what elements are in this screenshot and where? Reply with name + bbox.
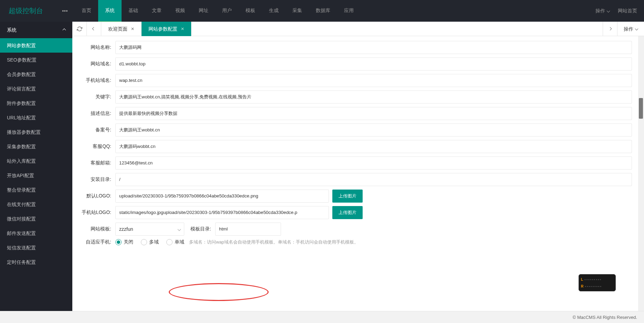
radio-icon bbox=[166, 239, 173, 245]
input-keywords[interactable] bbox=[115, 90, 632, 104]
input-domain[interactable] bbox=[115, 57, 632, 71]
chevron-down-icon bbox=[635, 27, 638, 31]
form-row-mobile-logo: 手机站LOGO: 上传图片 bbox=[81, 206, 632, 219]
adaptive-hint-text: 多域名：访问wap域名会自动使用手机模板。单域名：手机访问会自动使用手机模板。 bbox=[189, 239, 359, 245]
header-site-home-link[interactable]: 网站首页 bbox=[618, 8, 637, 14]
nav-tab-database[interactable]: 数据库 bbox=[309, 0, 337, 22]
input-icp[interactable] bbox=[115, 123, 632, 137]
sidebar: 系统 网站参数配置 SEO参数配置 会员参数配置 评论留言配置 附件参数配置 U… bbox=[0, 22, 72, 311]
label-keywords: 关键字: bbox=[81, 94, 115, 100]
close-icon[interactable]: ✕ bbox=[131, 22, 134, 36]
select-template[interactable]: zzzfun bbox=[115, 223, 184, 236]
subtab-prev-button[interactable] bbox=[87, 22, 101, 36]
close-icon[interactable]: ✕ bbox=[181, 22, 184, 36]
form-row-icp: 备案号: bbox=[81, 123, 632, 137]
subtab-tabs: 欢迎页面 ✕ 网站参数配置 ✕ bbox=[101, 22, 603, 36]
subtab-next-button[interactable] bbox=[603, 22, 617, 36]
content-area: 欢迎页面 ✕ 网站参数配置 ✕ 操作 网站名称: 网站域名: bbox=[72, 22, 644, 311]
radio-adaptive-multi[interactable]: 多域 bbox=[141, 239, 159, 245]
header-operate-dropdown[interactable]: 操作 bbox=[595, 8, 610, 14]
sidebar-head[interactable]: 系统 bbox=[0, 22, 72, 38]
sidebar-item-api[interactable]: 开放API配置 bbox=[0, 168, 72, 183]
input-email[interactable] bbox=[115, 157, 632, 170]
sidebar-item-site-config[interactable]: 网站参数配置 bbox=[0, 38, 72, 53]
input-qq[interactable] bbox=[115, 140, 632, 153]
input-description[interactable] bbox=[115, 107, 632, 120]
label-default-logo: 默认LOGO: bbox=[81, 193, 115, 199]
label-icp: 备案号: bbox=[81, 127, 115, 133]
upload-mobile-logo-button[interactable]: 上传图片 bbox=[332, 206, 363, 219]
upload-default-logo-button[interactable]: 上传图片 bbox=[332, 190, 363, 203]
sidebar-item-cron[interactable]: 定时任务配置 bbox=[0, 255, 72, 269]
sidebar-item-login[interactable]: 整合登录配置 bbox=[0, 183, 72, 197]
label-mobile-domain: 手机站域名: bbox=[81, 77, 115, 84]
main-wrap: 系统 网站参数配置 SEO参数配置 会员参数配置 评论留言配置 附件参数配置 U… bbox=[0, 22, 644, 311]
refresh-button[interactable] bbox=[72, 22, 87, 36]
chevron-left-icon bbox=[92, 27, 96, 31]
input-default-logo[interactable] bbox=[115, 190, 329, 203]
input-install-dir[interactable] bbox=[115, 173, 632, 186]
form-row-site-name: 网站名称: bbox=[81, 41, 632, 54]
label-site-name: 网站名称: bbox=[81, 44, 115, 51]
nav-tab-basic[interactable]: 基础 bbox=[122, 0, 145, 22]
sidebar-item-collect[interactable]: 采集参数配置 bbox=[0, 139, 72, 154]
more-dots-icon[interactable]: ••• bbox=[55, 8, 75, 14]
subtab-site-config[interactable]: 网站参数配置 ✕ bbox=[142, 22, 191, 36]
form-row-email: 客服邮箱: bbox=[81, 157, 632, 170]
outer-scrollbar[interactable] bbox=[638, 36, 644, 311]
keyboard-overlay-widget[interactable]: L▪▪▪▪▪▪▪▪▪ R▪▪▪▪▪▪▪▪▪ bbox=[579, 274, 616, 291]
nav-tab-video[interactable]: 视频 bbox=[168, 0, 192, 22]
sidebar-item-comment[interactable]: 评论留言配置 bbox=[0, 82, 72, 96]
label-email: 客服邮箱: bbox=[81, 160, 115, 166]
input-template-dir[interactable] bbox=[215, 223, 281, 236]
sidebar-item-wechat[interactable]: 微信对接配置 bbox=[0, 212, 72, 226]
subtab-operate-label: 操作 bbox=[624, 22, 633, 36]
kb-l-key: L bbox=[581, 278, 583, 281]
input-mobile-logo[interactable] bbox=[115, 206, 329, 219]
label-description: 描述信息: bbox=[81, 110, 115, 117]
subtab-label: 欢迎页面 bbox=[108, 22, 127, 36]
nav-tab-app[interactable]: 应用 bbox=[337, 0, 361, 22]
form-row-mobile-domain: 手机站域名: bbox=[81, 74, 632, 87]
form-row-description: 描述信息: bbox=[81, 107, 632, 120]
radio-group-adaptive: 关闭 多域 单域 bbox=[115, 239, 184, 245]
sidebar-head-label: 系统 bbox=[7, 22, 17, 38]
select-template-value: zzzfun bbox=[119, 226, 133, 232]
label-domain: 网站域名: bbox=[81, 61, 115, 67]
label-mobile-logo: 手机站LOGO: bbox=[81, 209, 115, 216]
subtab-operate-dropdown[interactable]: 操作 bbox=[617, 22, 644, 36]
nav-tab-system[interactable]: 系统 bbox=[98, 0, 122, 22]
sidebar-item-sms[interactable]: 短信发送配置 bbox=[0, 240, 72, 255]
sidebar-item-external[interactable]: 站外入库配置 bbox=[0, 154, 72, 168]
sidebar-item-member[interactable]: 会员参数配置 bbox=[0, 67, 72, 82]
input-mobile-domain[interactable] bbox=[115, 74, 632, 87]
nav-tab-user[interactable]: 用户 bbox=[215, 0, 239, 22]
footer: © MacCMS All Rights Reserved. bbox=[0, 311, 644, 323]
app-logo: 超级控制台 bbox=[7, 6, 45, 15]
label-qq: 客服QQ: bbox=[81, 143, 115, 150]
input-site-name[interactable] bbox=[115, 41, 632, 54]
form-row-install-dir: 安装目录: bbox=[81, 173, 632, 186]
chevron-down-icon bbox=[178, 227, 181, 231]
sidebar-item-url[interactable]: URL地址配置 bbox=[0, 110, 72, 125]
subtab-welcome[interactable]: 欢迎页面 ✕ bbox=[101, 22, 142, 36]
sidebar-item-seo[interactable]: SEO参数配置 bbox=[0, 53, 72, 67]
nav-tab-template[interactable]: 模板 bbox=[239, 0, 262, 22]
nav-tab-article[interactable]: 文章 bbox=[145, 0, 168, 22]
sidebar-item-player[interactable]: 播放器参数配置 bbox=[0, 125, 72, 139]
form-row-domain: 网站域名: bbox=[81, 57, 632, 71]
outer-scrollbar-thumb[interactable] bbox=[639, 98, 643, 119]
form-row-default-logo: 默认LOGO: 上传图片 bbox=[81, 190, 632, 203]
radio-label: 多域 bbox=[149, 239, 159, 245]
nav-tab-generate[interactable]: 生成 bbox=[262, 0, 285, 22]
nav-tab-collect[interactable]: 采集 bbox=[285, 0, 309, 22]
radio-adaptive-off[interactable]: 关闭 bbox=[115, 239, 133, 245]
form-row-keywords: 关键字: bbox=[81, 90, 632, 104]
radio-adaptive-single[interactable]: 单域 bbox=[166, 239, 184, 245]
nav-tab-home[interactable]: 首页 bbox=[75, 0, 98, 22]
sidebar-item-attachment[interactable]: 附件参数配置 bbox=[0, 96, 72, 110]
form-row-qq: 客服QQ: bbox=[81, 140, 632, 153]
sidebar-item-payment[interactable]: 在线支付配置 bbox=[0, 197, 72, 212]
sidebar-item-email[interactable]: 邮件发送配置 bbox=[0, 226, 72, 240]
nav-tab-url[interactable]: 网址 bbox=[192, 0, 215, 22]
